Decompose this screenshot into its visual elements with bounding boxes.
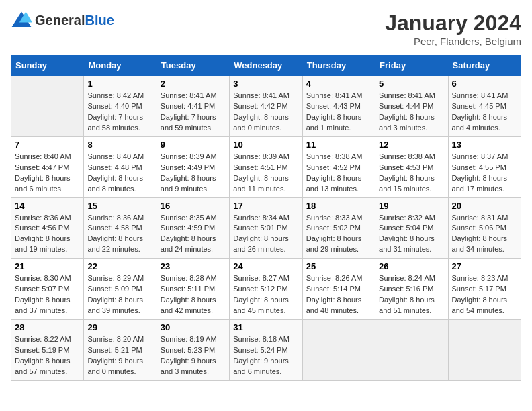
day-info-line: Daylight: 9 hours: [161, 357, 216, 365]
day-info-line: Sunset: 5:24 PM: [233, 346, 287, 354]
calendar-cell: 28Sunrise: 8:22 AMSunset: 5:19 PMDayligh…: [11, 320, 84, 381]
day-number: 4: [306, 79, 371, 89]
day-info: Sunrise: 8:28 AMSunset: 5:11 PMDaylight:…: [161, 273, 226, 316]
page-header: GeneralBlue January 2024 Peer, Flanders,…: [11, 11, 521, 47]
day-info-line: Sunset: 5:11 PM: [161, 285, 215, 293]
day-info-line: Sunrise: 8:29 AM: [87, 274, 144, 282]
calendar-cell: 1Sunrise: 8:42 AMSunset: 4:40 PMDaylight…: [84, 76, 157, 137]
day-info-line: Daylight: 8 hours: [15, 357, 71, 365]
day-info-line: Daylight: 7 hours: [87, 113, 143, 121]
day-info-line: and 34 minutes.: [452, 245, 504, 253]
day-number: 7: [15, 140, 80, 150]
day-info-line: Sunset: 4:58 PM: [87, 224, 142, 232]
day-info-line: and 22 minutes.: [87, 245, 140, 253]
day-info-line: Daylight: 8 hours: [379, 174, 435, 182]
day-info: Sunrise: 8:26 AMSunset: 5:14 PMDaylight:…: [306, 273, 371, 316]
day-info-line: Daylight: 8 hours: [306, 234, 362, 242]
day-info-line: Daylight: 8 hours: [379, 295, 435, 304]
calendar-cell: 11Sunrise: 8:38 AMSunset: 4:52 PMDayligh…: [302, 136, 375, 197]
day-info-line: and 6 minutes.: [15, 185, 63, 193]
day-info-line: Sunrise: 8:38 AM: [306, 152, 363, 161]
week-row-4: 21Sunrise: 8:30 AMSunset: 5:07 PMDayligh…: [11, 259, 521, 320]
day-info-line: Sunset: 4:55 PM: [452, 163, 506, 171]
day-info-line: Sunset: 5:04 PM: [379, 224, 433, 232]
day-info-line: Sunset: 4:47 PM: [15, 163, 69, 171]
column-header-saturday: Saturday: [448, 56, 521, 76]
day-info-line: and 45 minutes.: [233, 306, 285, 314]
logo-general: General: [35, 13, 85, 28]
day-info-line: Sunset: 4:48 PM: [87, 163, 142, 171]
day-info-line: Sunset: 4:53 PM: [379, 163, 433, 171]
day-info-line: Sunrise: 8:34 AM: [233, 214, 290, 222]
day-info-line: Sunrise: 8:22 AM: [15, 335, 71, 343]
day-info-line: Sunrise: 8:32 AM: [379, 214, 435, 222]
day-info-line: and 13 minutes.: [306, 185, 359, 193]
day-info-line: Daylight: 8 hours: [306, 174, 362, 182]
day-info-line: Daylight: 8 hours: [452, 295, 508, 304]
day-info-line: and 17 minutes.: [452, 185, 504, 193]
day-info: Sunrise: 8:36 AMSunset: 4:56 PMDaylight:…: [15, 213, 80, 256]
day-info-line: Daylight: 8 hours: [87, 234, 143, 242]
day-info-line: Sunrise: 8:39 AM: [161, 152, 217, 161]
calendar-cell: 8Sunrise: 8:40 AMSunset: 4:48 PMDaylight…: [84, 136, 157, 197]
day-info-line: Sunset: 5:09 PM: [87, 285, 142, 293]
day-info: Sunrise: 8:18 AMSunset: 5:24 PMDaylight:…: [233, 334, 298, 377]
day-info-line: Sunset: 4:56 PM: [15, 224, 69, 232]
day-info-line: Sunrise: 8:38 AM: [379, 152, 435, 161]
day-info-line: and 19 minutes.: [15, 245, 67, 253]
logo-icon: [11, 11, 32, 30]
day-info: Sunrise: 8:35 AMSunset: 4:59 PMDaylight:…: [161, 213, 226, 256]
day-info-line: Daylight: 8 hours: [161, 295, 216, 304]
day-info-line: Sunrise: 8:24 AM: [379, 274, 435, 282]
day-info-line: Sunset: 4:44 PM: [379, 102, 433, 110]
column-header-wednesday: Wednesday: [230, 56, 302, 76]
day-info-line: Sunset: 4:51 PM: [233, 163, 287, 171]
day-info-line: and 59 minutes.: [161, 124, 213, 132]
day-number: 2: [161, 79, 226, 89]
day-info-line: Sunset: 5:02 PM: [306, 224, 361, 232]
day-info-line: and 0 minutes.: [87, 367, 136, 375]
calendar-cell: 22Sunrise: 8:29 AMSunset: 5:09 PMDayligh…: [84, 259, 157, 320]
calendar-cell: 5Sunrise: 8:41 AMSunset: 4:44 PMDaylight…: [375, 76, 448, 137]
day-info-line: and 6 minutes.: [233, 367, 281, 375]
calendar-cell: 2Sunrise: 8:41 AMSunset: 4:41 PMDaylight…: [157, 76, 229, 137]
day-info-line: Sunrise: 8:35 AM: [161, 214, 217, 222]
day-number: 20: [452, 201, 517, 211]
day-number: 30: [161, 322, 226, 332]
day-info-line: Daylight: 8 hours: [379, 113, 435, 121]
day-number: 3: [233, 79, 298, 89]
calendar-cell: [375, 320, 448, 381]
day-info-line: Sunrise: 8:40 AM: [15, 152, 71, 161]
day-info-line: Sunset: 4:42 PM: [233, 102, 287, 110]
day-info-line: and 54 minutes.: [452, 306, 504, 314]
calendar-cell: 26Sunrise: 8:24 AMSunset: 5:16 PMDayligh…: [375, 259, 448, 320]
day-number: 21: [15, 261, 80, 271]
column-header-monday: Monday: [84, 56, 157, 76]
logo-blue: Blue: [85, 13, 114, 28]
calendar-header-row: SundayMondayTuesdayWednesdayThursdayFrid…: [11, 56, 521, 76]
day-info-line: and 37 minutes.: [15, 306, 67, 314]
day-info-line: Sunrise: 8:30 AM: [15, 274, 71, 282]
day-info-line: Daylight: 8 hours: [15, 174, 71, 182]
day-info: Sunrise: 8:37 AMSunset: 4:55 PMDaylight:…: [452, 152, 517, 195]
day-info-line: Sunset: 4:43 PM: [306, 102, 361, 110]
logo: GeneralBlue: [11, 11, 114, 30]
day-info-line: Sunrise: 8:41 AM: [452, 91, 508, 99]
calendar-cell: 27Sunrise: 8:23 AMSunset: 5:17 PMDayligh…: [448, 259, 521, 320]
day-info-line: Sunrise: 8:31 AM: [452, 214, 508, 222]
day-info: Sunrise: 8:24 AMSunset: 5:16 PMDaylight:…: [379, 273, 444, 316]
calendar-cell: 24Sunrise: 8:27 AMSunset: 5:12 PMDayligh…: [230, 259, 302, 320]
day-number: 10: [233, 140, 298, 150]
day-info: Sunrise: 8:41 AMSunset: 4:45 PMDaylight:…: [452, 91, 517, 134]
day-number: 22: [87, 261, 152, 271]
calendar-cell: 6Sunrise: 8:41 AMSunset: 4:45 PMDaylight…: [448, 76, 521, 137]
day-number: 29: [87, 322, 152, 332]
day-info: Sunrise: 8:30 AMSunset: 5:07 PMDaylight:…: [15, 273, 80, 316]
day-info-line: Sunset: 5:12 PM: [233, 285, 287, 293]
day-info-line: Daylight: 9 hours: [87, 357, 143, 365]
day-info: Sunrise: 8:39 AMSunset: 4:49 PMDaylight:…: [161, 152, 226, 195]
calendar-cell: 4Sunrise: 8:41 AMSunset: 4:43 PMDaylight…: [302, 76, 375, 137]
calendar-cell: [11, 76, 84, 137]
calendar-cell: 20Sunrise: 8:31 AMSunset: 5:06 PMDayligh…: [448, 197, 521, 259]
column-header-friday: Friday: [375, 56, 448, 76]
